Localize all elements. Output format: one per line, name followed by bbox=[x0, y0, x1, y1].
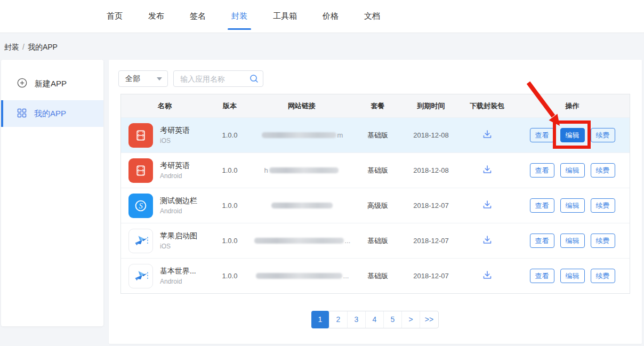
page-button-3[interactable]: 3 bbox=[348, 311, 366, 328]
download-icon[interactable] bbox=[482, 129, 493, 141]
renew-button[interactable]: 续费 bbox=[591, 163, 615, 178]
link-fragment: ... bbox=[345, 237, 351, 245]
app-version: 1.0.0 bbox=[208, 202, 251, 210]
view-button[interactable]: 查看 bbox=[530, 269, 554, 283]
sidebar-item-label: 我的APP bbox=[34, 109, 66, 119]
website-link: ... bbox=[251, 237, 352, 245]
blurred-link-bar bbox=[256, 273, 342, 279]
main-nav: 首页 发布 签名 封装 工具箱 价格 文档 bbox=[0, 0, 644, 33]
main-content-panel: 全部 名称 版本 网站链接 套餐 到期时间 下载封装包 操作 考研英语 bbox=[109, 60, 642, 344]
renew-button[interactable]: 续费 bbox=[591, 234, 615, 248]
view-button[interactable]: 查看 bbox=[530, 163, 554, 178]
chevron-down-icon bbox=[157, 77, 162, 81]
expiry-date: 2018-12-07 bbox=[403, 202, 459, 210]
view-button[interactable]: 查看 bbox=[530, 198, 554, 213]
app-version: 1.0.0 bbox=[208, 237, 251, 245]
renew-button[interactable]: 续费 bbox=[591, 269, 615, 283]
app-platform: iOS bbox=[160, 243, 197, 250]
table-row: 苹果启动图 iOS 1.0.0 ... 基础版 2018-12-07 查看 编辑… bbox=[121, 223, 630, 258]
renew-button[interactable]: 续费 bbox=[591, 128, 615, 142]
breadcrumb-separator: / bbox=[22, 43, 25, 51]
plan-badge: 基础版 bbox=[352, 131, 403, 140]
nav-item-toolbox[interactable]: 工具箱 bbox=[273, 11, 297, 21]
edit-button[interactable]: 编辑 bbox=[560, 198, 585, 213]
breadcrumb: 封装/我的APP bbox=[4, 43, 58, 52]
col-header-name: 名称 bbox=[121, 101, 208, 111]
top-navigation-bar: 首页 发布 签名 封装 工具箱 价格 文档 bbox=[0, 0, 644, 33]
film-icon bbox=[128, 158, 153, 183]
app-name: 考研英语 bbox=[160, 161, 190, 171]
edit-button[interactable]: 编辑 bbox=[560, 128, 585, 142]
film-icon bbox=[128, 123, 153, 148]
app-platform: Android bbox=[160, 207, 197, 215]
sidebar-item-new-app[interactable]: 新建APP bbox=[1, 70, 103, 97]
app-name: 基本世界... bbox=[160, 267, 196, 276]
col-header-plan: 套餐 bbox=[352, 101, 403, 111]
app-platform: iOS bbox=[160, 137, 190, 144]
link-fragment: h bbox=[264, 166, 268, 174]
search-box bbox=[173, 70, 263, 87]
renew-button[interactable]: 续费 bbox=[591, 198, 615, 213]
plus-circle-icon bbox=[17, 78, 27, 90]
origami-bird-icon bbox=[128, 229, 153, 253]
svg-text:S: S bbox=[139, 201, 142, 210]
page-button-5[interactable]: 5 bbox=[384, 311, 402, 328]
link-fragment: m bbox=[337, 131, 343, 139]
download-icon[interactable] bbox=[482, 164, 493, 176]
app-version: 1.0.0 bbox=[208, 272, 251, 280]
table-header-row: 名称 版本 网站链接 套餐 到期时间 下载封装包 操作 bbox=[121, 94, 630, 117]
app-platform: Android bbox=[160, 278, 196, 285]
next-page-button[interactable]: > bbox=[402, 311, 420, 328]
plan-badge: 高级版 bbox=[352, 201, 403, 211]
breadcrumb-section[interactable]: 封装 bbox=[4, 43, 19, 51]
page-button-1[interactable]: 1 bbox=[311, 311, 329, 328]
table-row: 考研英语 iOS 1.0.0 m 基础版 2018-12-08 查看 编辑 续费 bbox=[121, 117, 630, 152]
plan-badge: 基础版 bbox=[352, 166, 403, 175]
blurred-link-bar bbox=[254, 238, 344, 244]
s-compass-icon: S bbox=[128, 194, 153, 218]
magnifier-icon[interactable] bbox=[249, 74, 259, 85]
website-link: m bbox=[251, 131, 352, 139]
page-button-2[interactable]: 2 bbox=[329, 311, 348, 328]
app-name: 苹果启动图 bbox=[160, 231, 197, 241]
nav-item-sign[interactable]: 签名 bbox=[190, 11, 206, 21]
link-fragment: ... bbox=[343, 272, 349, 280]
app-version: 1.0.0 bbox=[208, 131, 251, 139]
nav-item-price[interactable]: 价格 bbox=[323, 11, 339, 21]
edit-button[interactable]: 编辑 bbox=[560, 163, 585, 178]
nav-item-docs[interactable]: 文档 bbox=[364, 11, 380, 21]
download-icon[interactable] bbox=[482, 235, 493, 247]
website-link: h bbox=[251, 166, 352, 174]
app-platform: Android bbox=[160, 172, 190, 180]
view-button[interactable]: 查看 bbox=[530, 128, 554, 142]
grid-icon bbox=[17, 108, 27, 119]
sidebar-item-my-apps[interactable]: 我的APP bbox=[1, 100, 103, 127]
download-icon[interactable] bbox=[482, 199, 493, 212]
download-icon[interactable] bbox=[482, 270, 493, 282]
app-name: 考研英语 bbox=[160, 126, 190, 135]
table-row: S 测试侧边栏 Android 1.0.0 高级版 2018-12-07 查看 … bbox=[121, 188, 630, 223]
page-button-4[interactable]: 4 bbox=[366, 311, 384, 328]
plan-badge: 基础版 bbox=[352, 236, 403, 246]
last-page-button[interactable]: >> bbox=[420, 311, 438, 328]
nav-item-publish[interactable]: 发布 bbox=[148, 11, 164, 21]
col-header-link: 网站链接 bbox=[251, 101, 352, 111]
sidebar-item-label: 新建APP bbox=[35, 79, 67, 89]
view-button[interactable]: 查看 bbox=[530, 234, 554, 248]
edit-button[interactable]: 编辑 bbox=[560, 234, 585, 248]
plan-badge: 基础版 bbox=[352, 271, 403, 281]
blurred-link-bar bbox=[262, 132, 336, 138]
expiry-date: 2018-12-07 bbox=[403, 237, 459, 245]
blurred-link-bar bbox=[269, 167, 339, 173]
origami-bird-icon bbox=[128, 264, 153, 288]
category-select-value: 全部 bbox=[125, 74, 140, 84]
nav-item-package[interactable]: 封装 bbox=[231, 11, 247, 21]
app-name: 测试侧边栏 bbox=[160, 196, 197, 206]
edit-button[interactable]: 编辑 bbox=[560, 269, 585, 283]
pagination: 1 2 3 4 5 > >> bbox=[311, 311, 439, 328]
col-header-version: 版本 bbox=[208, 101, 251, 111]
website-link: ... bbox=[251, 272, 352, 280]
nav-item-home[interactable]: 首页 bbox=[107, 11, 123, 21]
category-select[interactable]: 全部 bbox=[118, 70, 168, 87]
col-header-download: 下载封装包 bbox=[459, 101, 515, 111]
